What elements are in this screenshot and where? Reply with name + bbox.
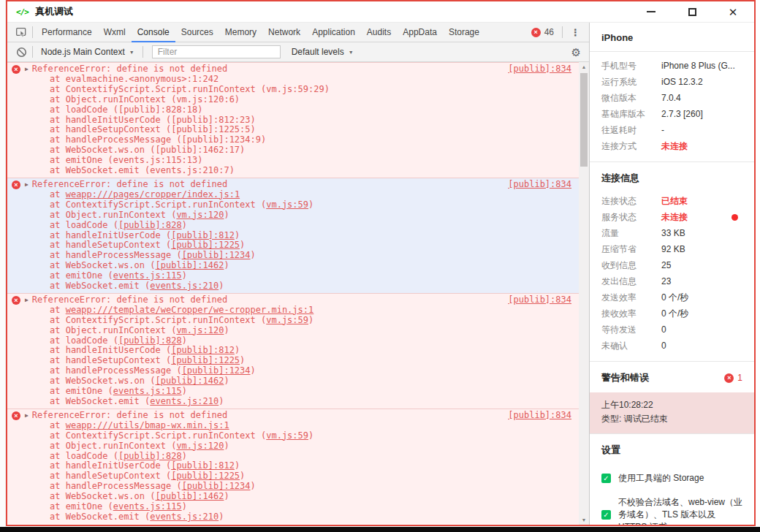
console-toolbar: Node.js Main Context ▼ Default levels ▼ … [7,42,589,62]
info-label: 发出信息 [601,276,661,288]
source-location-link[interactable]: [publib]:834 [508,64,571,75]
stack-file-link[interactable]: vm.js:59 [266,430,308,441]
stack-file-link[interactable]: [publib]:812 [171,460,235,471]
stack-frame: at WebSocket.emit (events.js:210:7) [12,166,571,176]
stack-file-link[interactable]: events.js:210 [150,396,218,406]
tab-wxml[interactable]: Wxml [98,23,132,42]
stack-file-link[interactable]: [publib]:1462 [156,491,224,501]
tab-memory[interactable]: Memory [219,23,262,42]
info-row: 收到信息25 [601,257,742,273]
connection-section: 连接信息 连接状态已结束服务状态未连接流量33 KB压缩节省92 KB收到信息2… [590,162,754,362]
alert-count: 1 [737,373,742,383]
stack-frame: at emitOne (events.js:115) [12,271,571,281]
stack-file-link[interactable]: [publib]:1234 [182,481,251,491]
source-location-link[interactable]: [publib]:834 [508,295,571,305]
maximize-icon [688,8,696,16]
tab-appdata[interactable]: AppData [397,23,443,42]
info-label: 往返耗时 [601,124,661,137]
source-location-link[interactable]: [publib]:834 [508,411,571,421]
stack-file-link[interactable]: events.js:115 [113,270,182,281]
minimize-button[interactable] [639,4,664,20]
stack-file-link[interactable]: vm.js:120 [176,325,224,335]
expand-arrow-icon[interactable]: ▶ [25,180,28,190]
tab-storage[interactable]: Storage [443,23,485,42]
console-output: ×▶ReferenceError: define is not defined[… [7,62,589,525]
settings-options: ✓使用工具端的 Storage✓不校验合法域名、web-view（业务域名）、T… [590,465,754,525]
stack-file-link[interactable]: events.js:115 [113,386,182,396]
tab-sources[interactable]: Sources [175,23,219,42]
tab-network[interactable]: Network [262,23,306,42]
info-label: 收到信息 [601,259,661,272]
stack-file-link[interactable]: [publib]:1225 [171,355,240,365]
stack-file-link[interactable]: events.js:210 [150,512,218,522]
error-header-row[interactable]: ×▶ReferenceError: define is not defined[… [12,180,571,190]
stack-file-link[interactable]: weapp:///template/weCropper/we-cropper.m… [66,305,314,315]
window-title: 真机调试 [35,5,73,18]
scrollbar-thumb[interactable] [580,73,588,167]
maximize-button[interactable] [680,4,704,20]
stack-frame: at handleProcessMessage ([publib]:1234) [12,251,571,261]
stack-file-link[interactable]: weapp:///utils/bmap-wx.min.js:1 [66,420,229,430]
expand-arrow-icon[interactable]: ▶ [25,411,28,421]
console-error-message: ×▶ReferenceError: define is not defined[… [7,62,579,178]
error-message-text: ReferenceError: define is not defined [32,64,501,75]
settings-option[interactable]: ✓不校验合法域名、web-view（业务域名）、TLS 版本以及 HTTPS 证… [590,490,754,525]
stack-file-link[interactable]: vm.js:120 [176,210,224,220]
tab-bar-right: × 46 ⋮ [531,26,589,38]
info-label: 等待发送 [601,324,661,336]
checkbox-checked-icon[interactable]: ✓ [601,474,611,483]
alerts-header: 警告和错误 × 1 [590,362,754,392]
tab-audits[interactable]: Audits [361,23,397,42]
scroll-up-icon[interactable]: ▲ [579,62,589,72]
more-options-icon[interactable]: ⋮ [566,27,585,38]
stack-file-link[interactable]: [publib]:812 [171,345,235,355]
error-header-row[interactable]: ×▶ReferenceError: define is not defined[… [12,64,571,75]
stack-file-link[interactable]: [publib]:828 [118,220,182,230]
info-value: 未连接 [661,140,688,153]
filter-input[interactable] [152,45,281,58]
stack-file-link[interactable]: [publib]:828 [118,335,182,346]
log-levels-selector[interactable]: Default levels ▼ [286,47,359,57]
tab-console[interactable]: Console [132,23,175,42]
clear-console-button[interactable] [13,44,29,60]
console-scrollbar[interactable]: ▲ ▼ [579,62,589,525]
stack-file-link[interactable]: vm.js:59 [266,315,308,325]
settings-option-label: 使用工具端的 Storage [618,472,704,484]
stack-file-link[interactable]: vm.js:120 [176,441,224,451]
stack-file-link[interactable]: [publib]:1234 [182,250,251,260]
info-row: 发出信息23 [601,273,742,289]
stack-file-link[interactable]: weapp:///pages/cropper/index.js:1 [66,189,240,200]
info-value: 25 [661,260,671,270]
alert-entry: 上午10:28:22 类型: 调试已结束 [590,392,754,433]
stack-file-link[interactable]: [publib]:1225 [171,471,240,481]
close-button[interactable]: ✕ [721,4,745,20]
stack-file-link[interactable]: events.js:115 [113,501,182,512]
checkbox-checked-icon[interactable]: ✓ [601,510,611,520]
settings-option[interactable]: ✓使用工具端的 Storage [590,466,754,490]
stack-file-link[interactable]: vm.js:59 [266,200,308,210]
stack-file-link[interactable]: [publib]:1462 [156,376,224,386]
info-value: iPhone 8 Plus (G... [661,61,735,71]
stack-file-link[interactable]: [publib]:1234 [182,365,251,376]
stack-file-link[interactable]: [publib]:828 [118,451,182,461]
stack-file-link[interactable]: [publib]:812 [171,230,235,240]
stack-file-link[interactable]: [publib]:1225 [171,240,240,250]
error-count[interactable]: 46 [544,27,554,37]
inspect-element-button[interactable] [13,24,29,40]
settings-option-label: 不校验合法域名、web-view（业务域名）、TLS 版本以及 HTTPS 证书 [618,496,742,525]
stack-file-link[interactable]: events.js:210 [150,281,218,291]
scroll-down-icon[interactable]: ▼ [579,515,589,525]
console-settings-button[interactable]: ⚙ [571,47,583,58]
error-header-row[interactable]: ×▶ReferenceError: define is not defined[… [12,295,571,305]
context-selector[interactable]: Node.js Main Context ▼ [36,47,140,57]
source-location-link[interactable]: [publib]:834 [508,180,571,190]
info-row: 发送效率0 个/秒 [601,289,742,305]
screen: </> 真机调试 ✕ Performan [0,0,760,532]
device-section: iPhone 手机型号iPhone 8 Plus (G...运行系统iOS 12… [590,23,754,162]
error-header-row[interactable]: ×▶ReferenceError: define is not defined[… [12,411,571,421]
stack-file-link[interactable]: [publib]:1462 [156,260,224,270]
expand-arrow-icon[interactable]: ▶ [25,295,28,305]
tab-application[interactable]: Application [306,23,361,42]
tab-performance[interactable]: Performance [36,23,98,42]
expand-arrow-icon[interactable]: ▶ [25,64,28,75]
